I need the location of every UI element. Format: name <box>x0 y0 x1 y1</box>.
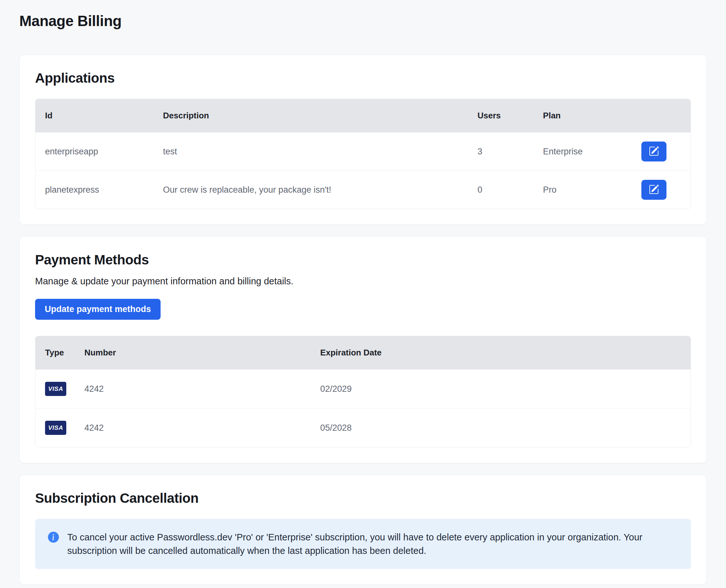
visa-card-icon: VISA <box>45 421 66 435</box>
cancellation-info-alert: To cancel your active Passwordless.dev '… <box>35 519 691 569</box>
payment-methods-header-row: Type Number Expiration Date <box>35 336 691 370</box>
application-users: 3 <box>468 132 534 171</box>
application-row-enterpriseapp: enterpriseapp test 3 Enterprise <box>35 132 691 171</box>
applications-heading: Applications <box>35 70 691 86</box>
payment-methods-subtitle: Manage & update your payment information… <box>35 276 691 287</box>
cancellation-info-text: To cancel your active Passwordless.dev '… <box>67 530 672 558</box>
edit-application-button[interactable] <box>641 142 666 162</box>
payment-methods-heading: Payment Methods <box>35 252 691 268</box>
application-description: test <box>153 132 468 171</box>
application-plan: Pro <box>533 171 631 209</box>
card-number: 4242 <box>75 370 311 408</box>
payment-col-expiration: Expiration Date <box>311 336 691 370</box>
payment-col-number: Number <box>75 336 311 370</box>
applications-card: Applications Id Description Users Plan <box>19 55 707 225</box>
applications-header-row: Id Description Users Plan <box>35 99 691 132</box>
applications-col-description: Description <box>153 99 468 132</box>
application-row-planetexpress: planetexpress Our crew is replaceable, y… <box>35 171 691 209</box>
pencil-square-icon <box>649 184 659 195</box>
subscription-cancellation-card: Subscription Cancellation To cancel your… <box>19 475 707 585</box>
applications-col-plan: Plan <box>533 99 631 132</box>
payment-method-row: VISA 4242 05/2028 <box>35 408 691 447</box>
application-plan: Enterprise <box>533 132 631 171</box>
edit-application-button[interactable] <box>641 180 666 200</box>
payment-methods-table: Type Number Expiration Date VISA 4242 02… <box>35 336 691 447</box>
info-icon <box>48 532 59 543</box>
payment-methods-card: Payment Methods Manage & update your pay… <box>19 236 707 463</box>
card-expiration: 02/2029 <box>311 370 691 408</box>
applications-table: Id Description Users Plan enterpriseapp … <box>35 99 691 209</box>
payment-method-row: VISA 4242 02/2029 <box>35 370 691 408</box>
subscription-cancellation-heading: Subscription Cancellation <box>35 490 691 506</box>
visa-card-icon: VISA <box>45 382 66 396</box>
application-users: 0 <box>468 171 534 209</box>
payment-col-type: Type <box>35 336 75 370</box>
pencil-square-icon <box>649 146 659 157</box>
update-payment-methods-button[interactable]: Update payment methods <box>35 299 161 320</box>
page-title: Manage Billing <box>19 12 707 29</box>
applications-col-users: Users <box>468 99 534 132</box>
applications-col-actions <box>632 99 691 132</box>
card-number: 4242 <box>75 408 311 447</box>
application-description: Our crew is replaceable, your package is… <box>153 171 468 209</box>
application-id: planetexpress <box>35 171 153 209</box>
card-expiration: 05/2028 <box>311 408 691 447</box>
application-id: enterpriseapp <box>35 132 153 171</box>
applications-col-id: Id <box>35 99 153 132</box>
manage-billing-page: Manage Billing Applications Id Descripti… <box>0 0 726 588</box>
